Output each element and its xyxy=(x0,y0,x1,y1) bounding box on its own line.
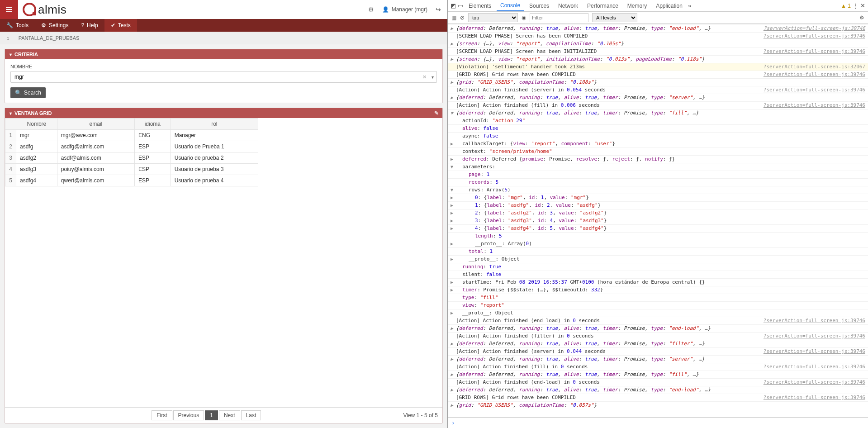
console-line[interactable]: ▶1: {label: "asdfg", id: 2, value: "asdf… xyxy=(448,201,868,209)
console-line[interactable]: ?serverAction=full-screen-js:39746[Actio… xyxy=(448,101,868,109)
console-line[interactable]: ?serverAction=full-screen-js:39746[GRID … xyxy=(448,394,868,401)
pager-next[interactable]: Next xyxy=(219,410,240,420)
console-line[interactable]: ?serverAction=full-screen-js:39746[SCREE… xyxy=(448,48,868,55)
console-line[interactable]: actionId: "action-29" xyxy=(448,117,868,124)
console-line[interactable]: ▶{screen: {…}, view: "report", initializ… xyxy=(448,55,868,63)
console-line[interactable]: ▶2: {label: "asdfg2", id: 3, value: "asd… xyxy=(448,209,868,217)
console-line[interactable]: view: "report" xyxy=(448,301,868,309)
console-line[interactable]: ▶__proto__: Array(0) xyxy=(448,240,868,247)
console-line[interactable]: ?serverAction=full-screen-js:39746[Actio… xyxy=(448,86,868,94)
console-line[interactable]: context: "screen/private/home" xyxy=(448,147,868,155)
settings-icon[interactable]: ⚙ xyxy=(859,14,864,21)
console-line[interactable]: ?serverAction=full-screen-js:39746[Actio… xyxy=(448,317,868,324)
console-line[interactable]: ?serverAction=full-screen-js:39746[Actio… xyxy=(448,363,868,371)
console-line[interactable]: ▼rows: Array(5) xyxy=(448,186,868,194)
source-link[interactable]: ?serverAction=full-screen-js:39746 xyxy=(764,87,865,93)
table-row[interactable]: 5asdfg4qwert@almis.comESPUsuario de prue… xyxy=(5,175,258,186)
context-select[interactable]: top xyxy=(468,13,518,22)
col-nombre[interactable]: Nombre xyxy=(16,119,57,130)
source-link[interactable]: ?serverAction=full-screen-js:39746 xyxy=(764,318,865,324)
source-link[interactable]: ?serverAction=full-screen-js:39746 xyxy=(764,25,865,32)
console-line[interactable]: ▶4: {label: "asdfg4", id: 5, value: "asd… xyxy=(448,224,868,232)
tab-memory[interactable]: Memory xyxy=(624,1,650,11)
console-line[interactable]: ▶{deferred: Deferred, running: true, ali… xyxy=(448,371,868,378)
source-link[interactable]: ?serverAction=full-screen-js:39746 xyxy=(764,48,865,55)
source-link[interactable]: ?serverAction=full-screen-js:39746 xyxy=(764,395,865,401)
menu-toggle[interactable] xyxy=(0,0,18,19)
warning-count[interactable]: ▲ 1 xyxy=(841,3,851,9)
clear-console-icon[interactable]: ⊘ xyxy=(460,14,465,21)
logout-icon[interactable]: ↪ xyxy=(436,6,441,13)
tab-sources[interactable]: Sources xyxy=(526,1,553,11)
console-line[interactable]: ▶0: {label: "mgr", id: 1, value: "mgr"} xyxy=(448,194,868,201)
console-line[interactable]: ▶startTime: Fri Feb 08 2019 16:55:37 GMT… xyxy=(448,278,868,286)
grid-header[interactable]: ▾ VENTANA GRID ✎ xyxy=(5,108,442,118)
table-row[interactable]: 1mgrmgr@awe.comENGManager xyxy=(5,130,258,141)
clear-icon[interactable]: ✕ xyxy=(422,74,427,80)
console-line[interactable]: ▶__proto__: Object xyxy=(448,255,868,263)
console-output[interactable]: ▶?serverAction=full-screen-js:39746{defe… xyxy=(448,24,868,417)
sidebar-icon[interactable]: ▥ xyxy=(451,14,456,21)
console-line[interactable]: ▶deferred: Deferred {promise: Promise, r… xyxy=(448,155,868,163)
console-line[interactable]: alive: false xyxy=(448,124,868,132)
console-line[interactable]: ▼{deferred: Deferred, running: true, ali… xyxy=(448,109,868,117)
home-icon[interactable]: ⌂ xyxy=(6,35,9,41)
console-line[interactable]: ▼parameters: xyxy=(448,163,868,171)
console-line[interactable]: ▶__proto__: Object xyxy=(448,309,868,317)
source-link[interactable]: ?serverAction=full-screen-js:39746 xyxy=(764,333,865,339)
pager-first[interactable]: First xyxy=(152,410,172,420)
console-line[interactable]: ▶{grid: "GRID_USERS", compilationTime: "… xyxy=(448,78,868,86)
console-line[interactable]: ?serverAction=full-screen-js:39746[Actio… xyxy=(448,332,868,340)
console-line[interactable]: ?serverAction=full-screen-js:39746[GRID … xyxy=(448,71,868,78)
tab-network[interactable]: Network xyxy=(555,1,582,11)
console-line[interactable]: ?serverAction=full-screen-js:32067[Viola… xyxy=(448,63,868,71)
tab-application[interactable]: Application xyxy=(652,1,686,11)
source-link[interactable]: ?serverAction=full-screen-js:32067 xyxy=(764,64,865,70)
menu-settings[interactable]: ⚙Settings xyxy=(35,19,75,32)
menu-tests[interactable]: ✔Tests xyxy=(104,19,137,32)
source-link[interactable]: ?serverAction=full-screen-js:39746 xyxy=(764,102,865,109)
kebab-icon[interactable]: ⋮ xyxy=(853,2,859,9)
pager-page-1[interactable]: 1 xyxy=(205,410,218,420)
filter-input[interactable] xyxy=(530,13,588,22)
close-icon[interactable]: ✕ xyxy=(860,2,865,9)
tab-elements[interactable]: Elements xyxy=(465,1,495,11)
source-link[interactable]: ?serverAction=full-screen-js:39746 xyxy=(764,33,865,39)
console-line[interactable]: ▶3: {label: "asdfg3", id: 4, value: "asd… xyxy=(448,217,868,224)
col-email[interactable]: email xyxy=(57,119,134,130)
inspect-icon[interactable]: ◩ xyxy=(451,2,456,9)
tab-performance[interactable]: Performance xyxy=(583,1,622,11)
console-line[interactable]: length: 5 xyxy=(448,232,868,240)
menu-tools[interactable]: 🔧Tools xyxy=(0,19,35,32)
console-line[interactable]: running: true xyxy=(448,263,868,271)
pager-last[interactable]: Last xyxy=(241,410,261,420)
table-row[interactable]: 2asdfgasdfg@almis.comESPUsuario de Prueb… xyxy=(5,141,258,152)
console-line[interactable]: ▶{deferred: Deferred, running: true, ali… xyxy=(448,386,868,394)
console-line[interactable]: ?serverAction=full-screen-js:39746[Actio… xyxy=(448,378,868,386)
console-line[interactable]: ▶{deferred: Deferred, running: true, ali… xyxy=(448,324,868,332)
console-line[interactable]: records: 5 xyxy=(448,178,868,186)
console-line[interactable]: ▶{grid: "GRID_USERS", compilationTime: "… xyxy=(448,401,868,409)
edit-icon[interactable]: ✎ xyxy=(434,110,439,116)
search-button[interactable]: 🔍 Search xyxy=(10,87,46,98)
console-line[interactable]: total: 1 xyxy=(448,247,868,255)
levels-select[interactable]: All levels xyxy=(592,13,637,22)
console-line[interactable]: page: 1 xyxy=(448,171,868,178)
console-line[interactable]: ?serverAction=full-screen-js:39746[SCREE… xyxy=(448,32,868,40)
source-link[interactable]: ?serverAction=full-screen-js:39746 xyxy=(764,364,865,370)
source-link[interactable]: ?serverAction=full-screen-js:39746 xyxy=(764,379,865,385)
eye-icon[interactable]: ◉ xyxy=(522,14,526,21)
console-line[interactable]: silent: false xyxy=(448,271,868,278)
console-line[interactable]: ▶{deferred: Deferred, running: true, ali… xyxy=(448,340,868,347)
col-idioma[interactable]: idioma xyxy=(135,119,171,130)
console-line[interactable]: ▶callbackTarget: {view: "report", compon… xyxy=(448,140,868,147)
console-line[interactable]: ▶{deferred: Deferred, running: true, ali… xyxy=(448,355,868,363)
console-line[interactable]: type: "fill" xyxy=(448,294,868,301)
more-tabs-icon[interactable]: » xyxy=(688,2,691,9)
source-link[interactable]: ?serverAction=full-screen-js:39746 xyxy=(764,348,865,355)
chevron-down-icon[interactable]: ▾ xyxy=(432,75,434,80)
source-link[interactable]: ?serverAction=full-screen-js:39746 xyxy=(764,71,865,78)
user-menu[interactable]: 👤 Manager (mgr) xyxy=(382,6,427,13)
pager-prev[interactable]: Previous xyxy=(173,410,204,420)
menu-help[interactable]: ?Help xyxy=(75,19,104,32)
